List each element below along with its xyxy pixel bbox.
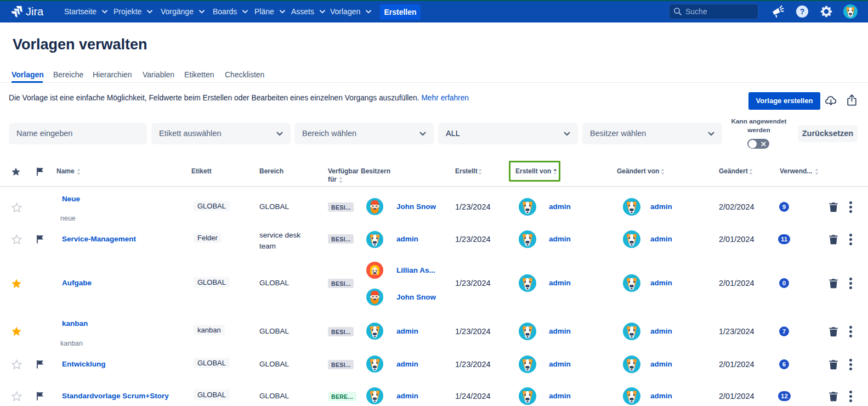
svg-text:?: ? bbox=[800, 7, 805, 16]
